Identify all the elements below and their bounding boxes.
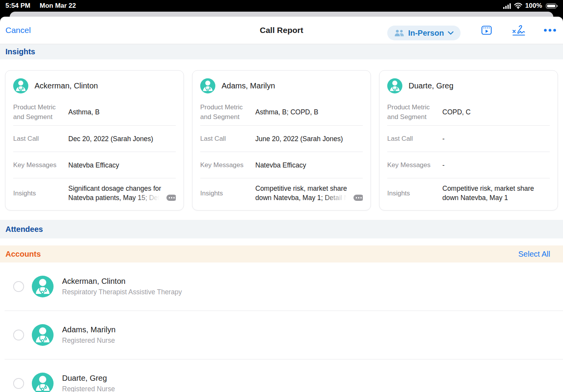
product-metric-value: Asthma, B; COPD, B (255, 107, 363, 117)
doctor-avatar-icon (387, 78, 402, 93)
field-label: Last Call (387, 134, 434, 143)
cellular-signal-icon (503, 3, 511, 9)
card-account-name: Ackerman, Clinton (35, 81, 98, 90)
field-label: Key Messages (387, 160, 434, 170)
last-call-value: Dec 20, 2022 (Sarah Jones) (68, 134, 176, 143)
spacer (0, 238, 563, 245)
insights-section-header: Insights (0, 44, 563, 59)
insights-section-title: Insights (5, 47, 35, 56)
accounts-subsection-header: Accounts Select All (0, 245, 563, 262)
text-fade (322, 193, 355, 202)
field-label: Product Metric and Segment (200, 102, 247, 122)
product-metric-value: COPD, C (442, 107, 550, 117)
text-fade (135, 193, 168, 202)
more-options-icon[interactable] (544, 29, 556, 32)
insights-value: Significant dosage changes for Natevba p… (68, 184, 176, 202)
key-messages-value: - (442, 161, 550, 170)
insight-card-duarte[interactable]: Duarte, Greg Product Metric and Segment … (379, 70, 558, 211)
field-label: Key Messages (200, 160, 247, 170)
doctor-avatar-icon (32, 276, 54, 297)
card-account-name: Duarte, Greg (409, 81, 454, 90)
insight-card-adams[interactable]: Adams, Marilyn Product Metric and Segmen… (192, 70, 371, 211)
doctor-avatar-icon (200, 78, 215, 93)
insight-card-ackerman[interactable]: Ackerman, Clinton Product Metric and Seg… (5, 70, 184, 211)
card-account-name: Adams, Marilyn (222, 81, 275, 90)
battery-icon (546, 3, 558, 9)
account-name: Duarte, Greg (62, 374, 115, 383)
people-icon (394, 29, 404, 37)
account-radio[interactable] (13, 281, 24, 292)
doctor-avatar-icon (32, 373, 54, 392)
insights-text: Competitive risk, market share down Nate… (442, 185, 534, 202)
account-radio[interactable] (13, 330, 24, 340)
account-row-ackerman[interactable]: Ackerman, Clinton Respiratory Therapist … (0, 262, 563, 311)
media-presentation-icon[interactable] (481, 24, 492, 36)
expand-insights-button[interactable] (166, 195, 176, 201)
field-label: Insights (13, 188, 60, 198)
field-label: Insights (387, 188, 434, 198)
field-label: Last Call (13, 134, 60, 143)
record-type-selector[interactable]: In-Person (387, 26, 461, 40)
account-name: Ackerman, Clinton (62, 277, 182, 286)
call-report-sheet: Cancel Call Report In-Person (0, 17, 563, 392)
record-type-label: In-Person (408, 29, 444, 38)
account-title: Respiratory Therapist Assistive Therapy (62, 288, 182, 296)
account-title: Registered Nurse (62, 385, 115, 392)
app-screen: 5:54 PM Mon Mar 22 100% (0, 0, 563, 392)
account-row-duarte[interactable]: Duarte, Greg Registered Nurse (0, 359, 563, 392)
last-call-value: - (442, 134, 550, 143)
select-all-button[interactable]: Select All (518, 250, 550, 259)
status-bar: 5:54 PM Mon Mar 22 100% (0, 0, 563, 12)
signature-icon[interactable] (511, 24, 527, 37)
field-label: Product Metric and Segment (387, 102, 434, 122)
account-title: Registered Nurse (62, 337, 116, 345)
attendees-section-header: Attendees (0, 220, 563, 238)
battery-percent: 100% (525, 2, 542, 10)
key-messages-value: Natevba Efficacy (255, 161, 363, 170)
field-label: Product Metric and Segment (13, 102, 60, 122)
page-title: Call Report (0, 26, 563, 35)
key-messages-value: Natevba Efficacy (68, 161, 176, 170)
account-radio[interactable] (13, 378, 24, 389)
nav-bar: Cancel Call Report In-Person (0, 17, 563, 44)
account-row-adams[interactable]: Adams, Marilyn Registered Nurse (0, 311, 563, 359)
chevron-down-icon (448, 31, 454, 35)
status-date: Mon Mar 22 (40, 2, 76, 10)
product-metric-value: Asthma, B (68, 107, 176, 117)
expand-insights-button[interactable] (353, 195, 363, 201)
insights-value: Competitive risk, market share down Nate… (255, 184, 363, 202)
field-label: Key Messages (13, 160, 60, 170)
status-time: 5:54 PM (5, 2, 30, 10)
insights-value: Competitive risk, market share down Nate… (442, 184, 550, 202)
field-label: Insights (200, 188, 247, 198)
wifi-icon (514, 3, 522, 9)
field-label: Last Call (200, 134, 247, 143)
doctor-avatar-icon (32, 324, 54, 346)
insight-cards-row: Ackerman, Clinton Product Metric and Seg… (0, 59, 563, 220)
accounts-title: Accounts (5, 250, 41, 259)
accounts-list: Ackerman, Clinton Respiratory Therapist … (0, 262, 563, 392)
attendees-section-title: Attendees (5, 225, 43, 234)
account-name: Adams, Marilyn (62, 325, 116, 334)
last-call-value: June 20, 2022 (Sarah Jones) (255, 134, 363, 143)
doctor-avatar-icon (13, 78, 28, 93)
